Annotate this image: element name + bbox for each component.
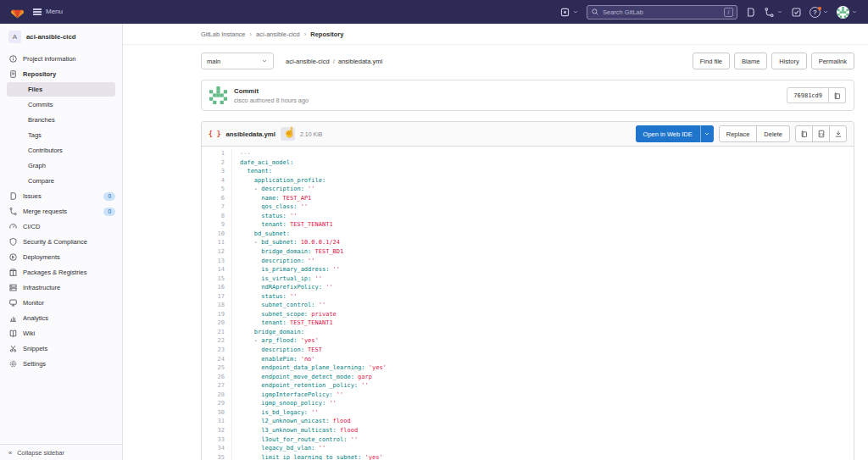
sidebar-subitem-graph[interactable]: Graph (7, 158, 115, 174)
collapse-sidebar-button[interactable]: « Collapse sidebar (0, 444, 122, 460)
file-path-repo[interactable]: aci-ansible-cicd (286, 58, 330, 65)
line-number[interactable]: 9 (202, 220, 232, 230)
replace-button[interactable]: Replace (719, 125, 758, 142)
sidebar-subitem-tags[interactable]: Tags (7, 128, 115, 143)
sidebar-item-infrastructure[interactable]: Infrastructure (0, 280, 122, 296)
web-ide-dropdown-button[interactable] (700, 125, 714, 142)
gitlab-logo-icon[interactable] (10, 5, 25, 19)
line-number[interactable]: 17 (202, 292, 232, 302)
code-line: 16 ndRAprefixPolicy: '' (202, 283, 854, 292)
line-number[interactable]: 12 (202, 247, 232, 257)
breadcrumb-item[interactable]: aci-ansible-cicd (256, 30, 300, 38)
line-number[interactable]: 10 (202, 230, 232, 239)
line-number[interactable]: 22 (202, 336, 232, 346)
line-number[interactable]: 30 (202, 408, 232, 418)
line-number[interactable]: 23 (202, 346, 232, 355)
sidebar-item-project-information[interactable]: Project information (0, 51, 122, 66)
menu-button[interactable]: Menu (33, 8, 63, 17)
history-button[interactable]: History (771, 53, 806, 69)
sidebar-subitem-files[interactable]: Files (7, 82, 115, 97)
sidebar-item-monitor[interactable]: Monitor (0, 296, 122, 311)
sidebar-item-wiki[interactable]: Wiki (0, 326, 122, 341)
line-number[interactable]: 28 (202, 391, 232, 400)
issues-shortcut-icon[interactable] (745, 7, 756, 18)
line-number[interactable]: 24 (202, 355, 232, 364)
commit-sha[interactable]: 76981cd9 (787, 87, 829, 103)
line-number[interactable]: 20 (202, 319, 232, 328)
sidebar-subitem-commits[interactable]: Commits (7, 97, 115, 113)
download-button[interactable] (829, 125, 847, 142)
line-number[interactable]: 6 (202, 194, 232, 203)
search-input[interactable] (603, 8, 721, 16)
code-line: 22 - arp_flood: 'yes' (202, 336, 854, 346)
line-number[interactable]: 32 (202, 426, 232, 435)
permalink-button[interactable]: Permalink (811, 53, 854, 69)
line-number[interactable]: 18 (202, 301, 232, 310)
todos-icon[interactable] (791, 7, 802, 18)
breadcrumb-item[interactable]: Repository (310, 30, 343, 38)
sidebar-item-deployments[interactable]: Deployments (0, 250, 122, 265)
line-number[interactable]: 13 (202, 257, 232, 266)
line-number[interactable]: 8 (202, 212, 232, 221)
user-menu[interactable] (837, 6, 858, 19)
line-number[interactable]: 34 (202, 444, 232, 453)
sidebar-item-analytics[interactable]: Analytics (0, 311, 122, 326)
code-lines: 1---2dafe_aci_model:3 tenant:4 applicati… (202, 147, 854, 460)
sidebar-subitem-compare[interactable]: Compare (7, 174, 115, 189)
line-number[interactable]: 4 (202, 176, 232, 186)
notification-dot (818, 7, 821, 10)
open-in-web-ide-button[interactable]: Open in Web IDE (636, 125, 700, 142)
code-text: bridge_domain: (232, 328, 304, 337)
slash-shortcut-key: / (724, 8, 733, 17)
line-number[interactable]: 3 (202, 167, 232, 176)
line-number[interactable]: 31 (202, 417, 232, 426)
line-number[interactable]: 7 (202, 202, 232, 212)
code-line: 5 - description: '' (202, 185, 854, 194)
find-file-button[interactable]: Find file (693, 53, 730, 69)
help-dropdown[interactable]: ? (810, 7, 829, 18)
sidebar-item-ci-cd[interactable]: CI/CD (0, 219, 122, 235)
sidebar-item-security-compliance[interactable]: Security & Compliance (0, 235, 122, 250)
line-number[interactable]: 26 (202, 373, 232, 382)
sidebar-item-settings[interactable]: Settings (0, 357, 122, 372)
line-number[interactable]: 29 (202, 399, 232, 408)
code-text: - bd_subnet: 10.0.0.1/24 (232, 238, 340, 247)
file-path-file[interactable]: ansibledata.yml (338, 58, 382, 65)
sidebar-item-packages-registries[interactable]: Packages & Registries (0, 265, 122, 280)
line-number[interactable]: 19 (202, 310, 232, 319)
line-number[interactable]: 14 (202, 265, 232, 274)
sidebar-project-link[interactable]: A aci-ansible-cicd (0, 24, 122, 49)
commit-title[interactable]: Commit (234, 87, 309, 95)
sidebar-item-label: Monitor (23, 299, 44, 307)
line-number[interactable]: 33 (202, 435, 232, 445)
line-number[interactable]: 11 (202, 238, 232, 247)
line-number[interactable]: 5 (202, 185, 232, 194)
line-number[interactable]: 25 (202, 363, 232, 373)
avatar (837, 6, 849, 19)
delete-button[interactable]: Delete (756, 125, 790, 142)
blame-button[interactable]: Blame (734, 53, 767, 69)
merge-requests-dropdown[interactable] (764, 7, 783, 18)
open-raw-button[interactable] (812, 125, 830, 142)
sidebar-item-repository[interactable]: Repository (0, 66, 122, 81)
copy-file-path-button[interactable]: ☝ (281, 127, 295, 141)
copy-sha-button[interactable] (829, 87, 846, 103)
line-number[interactable]: 21 (202, 328, 232, 337)
sidebar-item-snippets[interactable]: Snippets (0, 341, 122, 357)
branch-selector[interactable]: main (201, 53, 274, 69)
sidebar-subitem-contributors[interactable]: Contributors (7, 143, 115, 158)
sidebar-item-issues[interactable]: Issues0 (0, 189, 122, 204)
line-number[interactable]: 27 (202, 381, 232, 391)
square-badge-dropdown[interactable] (559, 7, 579, 18)
commit-author-identicon (209, 86, 227, 104)
line-number[interactable]: 35 (202, 453, 232, 460)
line-number[interactable]: 1 (202, 149, 232, 158)
line-number[interactable]: 15 (202, 274, 232, 284)
sidebar-item-merge-requests[interactable]: Merge requests0 (0, 204, 122, 219)
global-search[interactable]: / (587, 5, 737, 19)
sidebar-subitem-branches[interactable]: Branches (7, 113, 115, 128)
copy-file-contents-button[interactable] (795, 125, 813, 142)
line-number[interactable]: 2 (202, 158, 232, 168)
breadcrumb-item[interactable]: GitLab Instance (201, 30, 246, 38)
line-number[interactable]: 16 (202, 283, 232, 292)
